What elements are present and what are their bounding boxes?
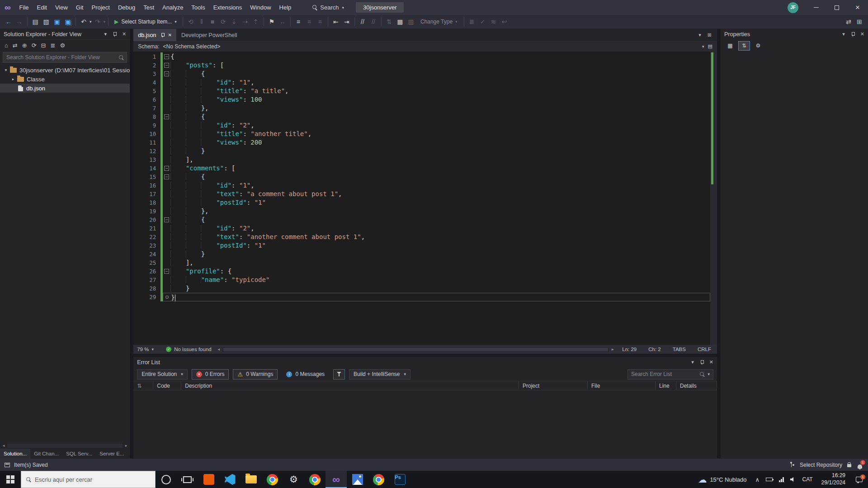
code-line-10[interactable]: 10 "title": "another title", [133,130,710,138]
code-line-4[interactable]: 4 "id": "1", [133,78,710,87]
column-header-details[interactable]: Details [676,381,717,390]
redo-icon[interactable]: ↷ [93,17,103,27]
open-file-icon[interactable]: ▧ [41,17,51,27]
minimize-button[interactable] [806,0,826,15]
tool-tab-3[interactable]: SQL Serv... [62,449,96,459]
menu-analyze[interactable]: Analyze [158,0,187,15]
browser-icon-2[interactable] [304,471,326,488]
fold-collapse-icon[interactable]: – [164,114,169,119]
sidebar-horizontal-scrollbar[interactable]: ◄ ► [0,443,130,449]
column-header-code[interactable]: Code [153,381,181,390]
volume-icon[interactable] [787,477,798,482]
code-line-3[interactable]: 3– { [133,70,710,78]
close-icon[interactable]: ✕ [122,31,126,37]
taskbar-search-box[interactable] [21,471,156,488]
document-tab-db-json[interactable]: db.json✕ [133,29,176,41]
menu-file[interactable]: File [15,0,33,15]
menu-tools[interactable]: Tools [187,0,209,15]
menu-view[interactable]: View [51,0,72,15]
scroll-right-icon[interactable]: ► [123,444,130,448]
code-line-7[interactable]: 7 }, [133,104,710,113]
fold-margin[interactable]: – [163,52,170,61]
chevron-down-icon[interactable]: ▾ [842,31,845,37]
tree-item-dbjson[interactable]: db.json [0,84,130,93]
close-icon[interactable]: ✕ [168,33,172,38]
menu-test[interactable]: Test [139,0,158,15]
start-button[interactable] [0,471,21,488]
maximize-button[interactable] [826,0,847,15]
fold-margin[interactable] [163,95,170,104]
fold-collapse-icon[interactable]: – [164,174,169,179]
tree-item-classe[interactable]: ▸Classe [0,75,130,84]
eol-indicator[interactable]: CRLF [692,347,717,352]
run-button[interactable]: ▶Select Startup Item...▾ [111,18,180,26]
code-line-18[interactable]: 18 "postId": "1" [133,198,710,207]
tool-tab-4[interactable]: Server E... [96,449,127,459]
taskbar-clock[interactable]: 16:29 29/1/2024 [817,472,850,486]
active-files-dropdown-icon[interactable]: ▾ [698,32,701,38]
menu-edit[interactable]: Edit [33,0,51,15]
fold-margin[interactable] [163,155,170,164]
scroll-thumb[interactable] [223,348,609,351]
errors-toggle[interactable]: ✕ 0 Errors [192,369,229,380]
schema-dropdown-icon[interactable]: ▾ [702,44,704,49]
fold-margin[interactable] [163,284,170,293]
code-line-9[interactable]: 9 "id": "2", [133,121,710,130]
chrome-icon[interactable] [262,471,283,488]
fold-margin[interactable] [163,233,170,241]
solution-search-input[interactable] [6,54,116,61]
menu-help[interactable]: Help [275,0,296,15]
expand-arrow-icon[interactable]: ▸ [10,77,16,81]
fold-margin[interactable] [163,121,170,130]
fold-margin[interactable] [163,224,170,233]
menu-extensions[interactable]: Extensions [209,0,246,15]
column-header-file[interactable]: File [588,381,656,390]
cortana-icon[interactable] [156,471,177,488]
fold-margin[interactable] [163,130,170,138]
hot-reload-icon[interactable]: ⟲ [186,17,196,27]
pin-icon[interactable] [699,360,704,365]
code-line-27[interactable]: 27 "name": "typicode" [133,276,710,284]
categorized-icon[interactable]: ▦ [724,41,736,51]
fold-margin[interactable]: – [163,173,170,181]
bookmark-icon[interactable]: ⚑ [267,17,277,27]
file-explorer-icon[interactable] [241,471,262,488]
document-tab-developer-powershell[interactable]: Developer PowerShell [177,29,242,41]
compare-icon[interactable]: ⊞ [854,17,864,27]
indent-increase-icon[interactable]: ⇥ [342,17,352,27]
source-dropdown[interactable]: Build + IntelliSense ▾ [349,369,410,380]
undo-icon[interactable]: ↶ [79,17,89,27]
word-wrap-icon[interactable]: ↩ [500,17,509,27]
scroll-left-icon[interactable]: ◄ [215,347,222,352]
scroll-left-icon[interactable]: ◄ [0,444,7,448]
show-all-files-icon[interactable]: ≣ [50,42,55,49]
code-line-1[interactable]: 1–{ [133,52,710,61]
code-line-20[interactable]: 20– { [133,216,710,224]
fold-margin[interactable] [163,241,170,250]
fold-margin[interactable] [163,276,170,284]
code-line-8[interactable]: 8– { [133,113,710,121]
properties-icon[interactable]: ⚙ [60,42,65,49]
navigate-icon[interactable]: ↔ [278,17,288,27]
code-line-22[interactable]: 22 "text": "another comment about post 1… [133,233,710,241]
fold-margin[interactable] [163,104,170,113]
fold-margin[interactable] [163,138,170,147]
photos-icon[interactable] [347,471,368,488]
task-view-icon[interactable] [177,471,198,488]
close-icon[interactable]: ✕ [860,31,864,37]
tabs-indicator[interactable]: TABS [667,347,692,352]
schema-list-icon[interactable]: ≣ [467,17,477,27]
fold-collapse-icon[interactable]: – [164,217,169,222]
fold-margin[interactable] [163,190,170,198]
table-icon[interactable]: ▦ [395,17,405,27]
fold-margin[interactable] [163,207,170,216]
expand-arrow-icon[interactable]: ▾ [3,68,9,72]
menu-debug[interactable]: Debug [114,0,139,15]
step-into-icon[interactable]: ⇣ [229,17,239,27]
comment-icon[interactable]: // [358,17,368,27]
column-indicator[interactable]: Ch: 2 [642,347,667,352]
code-line-16[interactable]: 16 "id": "1", [133,181,710,190]
code-line-11[interactable]: 11 "views": 200 [133,138,710,147]
fold-collapse-icon[interactable]: – [164,269,169,274]
chevron-down-icon[interactable]: ▾ [90,19,92,24]
